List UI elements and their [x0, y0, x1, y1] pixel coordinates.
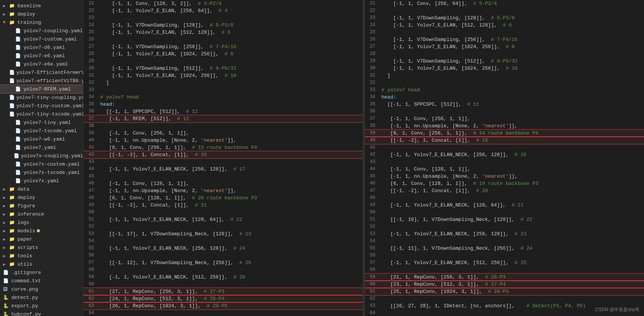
editor-pane-left[interactable]: 21 [-1, 1, Conv, [128, 3, 2]], # 3-P2/4 …	[83, 0, 363, 316]
sidebar-item-paper[interactable]: ▶📁paper	[0, 235, 83, 243]
code-line-52: 52	[83, 223, 363, 230]
sidebar-item-gitignore[interactable]: 📄.gitignore	[0, 268, 83, 277]
rcode-line-44: 44 [-1, 1, Conv, [128, 1, 1]],	[365, 166, 644, 173]
sidebar-item-yolov7[interactable]: 📄yolov7.yaml	[0, 143, 83, 152]
sidebar-item-yolov7-tscode[interactable]: 📄yolov7-tscode.yaml	[0, 127, 83, 135]
rcode-line-57: 57 [-1, 1, Yolov7_E_ELAN_NECK, [512, 256…	[365, 259, 644, 266]
code-line-37: 37 [-1, 1, RFEM, [512]], # 12	[83, 115, 363, 122]
code-line-40: 40 [-1, 1, nn.Upsample, [None, 2, 'neare…	[83, 137, 363, 144]
sidebar-item-detect[interactable]: 🐍detect.py	[0, 293, 83, 302]
code-line-42: 42 [[-1, -2], 1, Concat, [1]], # 16	[83, 151, 363, 158]
sidebar-item-export[interactable]: 🐍export.py	[0, 302, 83, 310]
sidebar-item-deploy2[interactable]: ▶📁deploy	[0, 193, 83, 202]
sidebar-item-curve[interactable]: 🖼curve.png	[0, 285, 83, 293]
code-line-38: 38	[83, 122, 363, 130]
sidebar-item-deploy[interactable]: ▶📁deploy	[0, 10, 83, 18]
sidebar-item-commad[interactable]: 📄commad.txt	[0, 277, 83, 285]
code-line-59: 59 [-1, 1, Yolov7_E_ELAN_NECK, [512, 256…	[83, 274, 363, 281]
sidebar-item-yolov7-tiny[interactable]: 📄yolov7-tiny.yaml	[0, 118, 83, 127]
rcode-line-36: 36	[365, 108, 644, 115]
code-line-22: 22 [-1, 1, Yolov7_E_ELAN, [256, 64]], # …	[83, 7, 363, 14]
sidebar-item-yolov7-rfem[interactable]: 📄yolov7-RFEM.yaml	[0, 85, 83, 93]
sidebar-item-yolov7x-custom[interactable]: 📄yolov7x-custom.yaml	[0, 160, 83, 168]
file-explorer: ▶📁baseline ▶📁deploy ▼📁training 📄yolov7-c…	[0, 0, 83, 316]
rcode-line-23: 23 [-1, 1, V7DownSampling, [128]], # 5-P…	[365, 14, 644, 22]
rcode-line-38: 38 [-1, 1, nn.Upsample, [None, 2, 'neare…	[365, 122, 644, 130]
rcode-line-55: 55 [[-1, 11], 1, V7DownSampling_Neck, [2…	[365, 245, 644, 252]
sidebar-item-utils[interactable]: ▶📁utils	[0, 260, 83, 268]
sidebar-item-data[interactable]: ▶📁data	[0, 185, 83, 193]
rcode-line-51: 51 [[-1, 16], 1, V7DownSampling_Neck, [1…	[365, 216, 644, 223]
sidebar-item-inference[interactable]: ▶📁inference	[0, 210, 83, 218]
code-line-57: 57 [[-1, 12], 1, V7DownSampling_Neck, [2…	[83, 259, 363, 266]
sidebar-item-hubconf[interactable]: 🐍hubconf.py	[0, 310, 83, 316]
rcode-line-49: 49 [-1, 1, Yolov7_E_ELAN_NECK, [128, 64]…	[365, 202, 644, 209]
sidebar-item-baseline[interactable]: ▶📁baseline	[0, 2, 83, 10]
rcode-line-29: 29 [-1, 1, V7DownSampling, [512]], # 9-P…	[365, 58, 644, 65]
rcode-line-39: 39 [8, 1, Conv, [256, 1, 1]], # 14 route…	[365, 130, 644, 137]
rcode-line-27: 27 [-1, 1, Yolov7_E_ELAN, [1024, 256]], …	[365, 43, 644, 50]
editor-container: 21 [-1, 1, Conv, [128, 3, 2]], # 3-P2/4 …	[83, 0, 644, 316]
sidebar-item-yolov7-d6[interactable]: 📄yolov7-d6.yaml	[0, 43, 83, 52]
rcode-line-25: 25	[365, 29, 644, 36]
code-line-44: 44 [-1, 1, Yolov7_E_ELAN_NECK, [256, 128…	[83, 166, 363, 173]
sidebar-item-yolov7-tiny-coupling[interactable]: 📄yolov7-tiny-coupling.yaml	[0, 93, 83, 102]
code-line-64: 64	[83, 310, 363, 316]
code-line-26: 26	[83, 36, 363, 43]
code-area-left: 21 [-1, 1, Conv, [128, 3, 2]], # 3-P2/4 …	[83, 0, 363, 316]
rcode-line-24: 24 [-1, 1, Yolov7_E_ELAN, [512, 128]], #…	[365, 22, 644, 29]
code-line-33: 33	[83, 86, 363, 94]
rcode-line-62: 62	[365, 295, 644, 302]
rcode-line-43: 43	[365, 158, 644, 166]
rcode-line-47: 47 [[-1, -2], 1, Concat, [1]], # 20	[365, 187, 644, 194]
code-line-41: 41 [8, 1, Conv, [256, 1, 1]], # 15 route…	[83, 144, 363, 151]
rcode-line-56: 56	[365, 252, 644, 259]
code-line-34: 34 # yolov7 head	[83, 94, 363, 101]
sidebar-item-yolov7-w6[interactable]: 📄yolov7-w6.yaml	[0, 135, 83, 143]
sidebar-item-yolov7-tiny-custom[interactable]: 📄yolov7-tiny-custom.yaml	[0, 102, 83, 110]
sidebar-item-yolov7-e6[interactable]: 📄yolov7-e6.yaml	[0, 52, 83, 60]
sidebar-item-yolov7x-tscode[interactable]: 📄yolov7x-tscode.yaml	[0, 168, 83, 177]
code-line-49: 49 [[-1, -2], 1, Concat, [1]], # 21	[83, 202, 363, 209]
rcode-line-61: 61 [25, 1, RepConv, [1024, 3, 1]], # 28-…	[365, 288, 644, 295]
sidebar-item-models[interactable]: ▶📁models	[0, 227, 83, 235]
sidebar-item-yolov7-efficientvit[interactable]: 📄yolov7-efficientViTB0.yaml	[0, 77, 83, 85]
rcode-line-33: 33 # yolov7 head	[365, 86, 644, 94]
rcode-line-21: 21 [-1, 1, Conv, [256, 64]], # 5-P2/4	[365, 0, 644, 7]
code-line-51: 51 [-1, 1, Yolov7_E_ELAN_NECK, [128, 64]…	[83, 216, 363, 223]
code-line-47: 47 [-1, 1, nn.Upsample, [None, 2, 'neare…	[83, 187, 363, 194]
sidebar-item-yolov7x[interactable]: 📄yolov7x.yaml	[0, 177, 83, 185]
sidebar-item-tools[interactable]: ▶📁tools	[0, 252, 83, 260]
watermark: CSDN @毕竟是shy哥	[595, 307, 639, 313]
sidebar-item-scripts[interactable]: ▶📁scripts	[0, 243, 83, 252]
code-line-32: 32 ]	[83, 79, 363, 86]
code-line-50: 50	[83, 209, 363, 216]
sidebar-item-yolov7-custom[interactable]: 📄yolov7-custom.yaml	[0, 35, 83, 43]
sidebar-item-yolov7-efficientformer[interactable]: 📄yolov7-EfficientFormerV2.yaml	[0, 68, 83, 77]
rcode-line-46: 46 [6, 1, Conv, [128, 1, 1]], # 19 route…	[365, 180, 644, 187]
rcode-line-40: 40 [[-1, -2], 1, Concat, [1]], # 15	[365, 137, 644, 144]
rcode-line-53: 53 [-1, 1, Yolov7_E_ELAN_NECK, [256, 128…	[365, 230, 644, 238]
code-line-28: 28 [-1, 1, Yolov7_E_ELAN, [1024, 256]], …	[83, 50, 363, 58]
code-line-55: 55 [-1, 1, Yolov7_E_ELAN_NECK, [256, 128…	[83, 245, 363, 252]
sidebar-item-yolov7x-coupling[interactable]: 📄yolov7x-coupling.yaml	[0, 152, 83, 160]
code-line-61: 61 [27, 1, RepConv, [256, 3, 1]], # 27-P…	[83, 288, 363, 295]
rcode-line-35: 35 [[-1, 1, SPPCSPC, [512]], # 11	[365, 101, 644, 108]
code-line-39: 39 [-1, 1, Conv, [256, 1, 1]],	[83, 130, 363, 137]
code-line-35: 35 head:	[83, 101, 363, 108]
sidebar-item-figure[interactable]: ▶📁figure	[0, 202, 83, 210]
sidebar-item-yolov7-tiny-tscode[interactable]: 📄yolov7-tiny-tscode.yaml	[0, 110, 83, 118]
rcode-line-59: 59 [21, 1, RepConv, [256, 3, 1]], # 26-P…	[365, 274, 644, 281]
code-line-56: 56	[83, 252, 363, 259]
rcode-line-34: 34 head:	[365, 94, 644, 101]
rcode-line-37: 37 [-1, 1, Conv, [256, 1, 1]],	[365, 115, 644, 122]
editor-pane-right[interactable]: 21 [-1, 1, Conv, [256, 64]], # 5-P2/4 22…	[365, 0, 644, 316]
rcode-line-31: 31 ]	[365, 72, 644, 79]
sidebar-item-training[interactable]: ▼📁training	[0, 18, 83, 27]
code-line-60: 60	[83, 281, 363, 288]
sidebar-item-yolov7-coupling[interactable]: 📄yolov7-coupling.yaml	[0, 27, 83, 35]
sidebar-item-yolov7-e6e[interactable]: 📄yolov7-e6e.yaml	[0, 60, 83, 68]
sidebar-item-logs[interactable]: ▶📁logs	[0, 218, 83, 227]
rcode-line-60: 60 [23, 1, RepConv, [512, 3, 1]], # 27-P…	[365, 281, 644, 288]
code-line-43: 43	[83, 158, 363, 166]
